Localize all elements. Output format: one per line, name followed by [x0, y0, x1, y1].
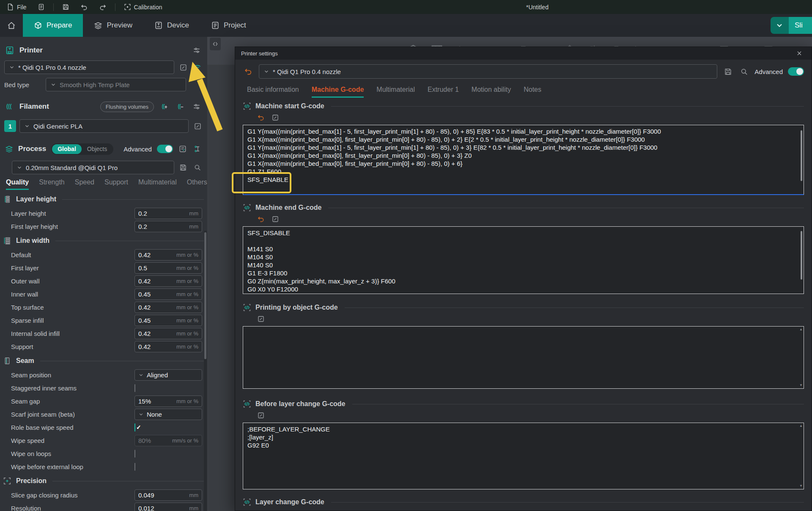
- slice-gap-closing-radius-input[interactable]: mm: [134, 489, 202, 501]
- flushing-volumes-button[interactable]: Flushing volumes: [100, 102, 154, 112]
- home-button[interactable]: [0, 14, 23, 37]
- resolution-input[interactable]: mm: [134, 503, 202, 511]
- tab-multimaterial[interactable]: Multimaterial: [376, 86, 415, 98]
- reset-end-gcode-button[interactable]: [255, 214, 266, 225]
- compare-presets-button[interactable]: [178, 143, 188, 154]
- param-row: Scarf joint seam (beta) None: [0, 408, 207, 421]
- line-width-top-surface-input[interactable]: mm or %: [134, 302, 202, 313]
- slice-options-button[interactable]: [771, 17, 788, 34]
- tab-machine-gcode[interactable]: Machine G-code: [312, 86, 364, 98]
- wipe-on-loops-checkbox[interactable]: [134, 450, 135, 458]
- line-width-outer-wall-input[interactable]: mm or %: [134, 275, 202, 287]
- code-icon: [243, 303, 251, 312]
- seam-position-select[interactable]: Aligned: [134, 369, 202, 381]
- wipe-before-external-loop-checkbox[interactable]: [134, 463, 135, 471]
- seam-gap-input[interactable]: mm or %: [134, 396, 202, 407]
- calibration-menu[interactable]: Calibration: [121, 2, 165, 13]
- edit-object-gcode-button[interactable]: [255, 313, 266, 324]
- recent-files-button[interactable]: [35, 2, 47, 13]
- printing-by-object-gcode-textarea[interactable]: ▲ ▼: [243, 326, 804, 389]
- tab-extruder-1[interactable]: Extruder 1: [428, 86, 459, 98]
- search-settings-button[interactable]: [192, 162, 203, 173]
- tab-speed[interactable]: Speed: [75, 179, 94, 190]
- reset-preset-button[interactable]: [243, 66, 254, 77]
- scope-objects[interactable]: Objects: [82, 144, 112, 154]
- search-button[interactable]: [738, 66, 749, 77]
- slice-button[interactable]: Sli: [788, 17, 812, 34]
- precision-icon: [3, 476, 12, 486]
- add-filament-button[interactable]: [159, 101, 170, 112]
- edit-start-gcode-button[interactable]: [270, 112, 281, 123]
- scroll-up-arrow[interactable]: ▲: [799, 328, 803, 331]
- wipe-speed-input[interactable]: mm/s or %: [134, 435, 202, 446]
- filament-preset-select[interactable]: Qidi Generic PLA: [19, 119, 189, 133]
- filament-slot-badge[interactable]: 1: [4, 120, 16, 132]
- printer-preset-select[interactable]: * Qidi Q1 Pro 0.4 nozzle: [4, 60, 174, 74]
- process-scope-toggle[interactable]: Global Objects: [51, 143, 113, 155]
- chevron-down-icon: [138, 372, 144, 378]
- before-layer-change-gcode-textarea[interactable]: ;BEFORE_LAYER_CHANGE ;[layer_z] G92 E0 ▲…: [243, 423, 804, 489]
- save-button[interactable]: [60, 2, 72, 13]
- window-title: *Untitled: [526, 0, 549, 14]
- tab-strength[interactable]: Strength: [39, 179, 64, 190]
- line-width-first-layer-input[interactable]: mm or %: [134, 262, 202, 274]
- tab-others[interactable]: Others: [187, 179, 207, 190]
- tab-basic-information[interactable]: Basic information: [247, 86, 299, 98]
- edit-end-gcode-button[interactable]: [270, 214, 281, 225]
- search-icon: [194, 164, 201, 171]
- line-width-internal-solid-input[interactable]: mm or %: [134, 328, 202, 339]
- layer-height-input[interactable]: mm: [134, 208, 202, 219]
- undo-button[interactable]: [78, 2, 91, 13]
- file-menu[interactable]: File: [4, 2, 29, 13]
- tab-prepare[interactable]: Prepare: [23, 14, 83, 37]
- close-button[interactable]: [796, 50, 806, 56]
- tab-multimaterial[interactable]: Multimaterial: [138, 179, 177, 190]
- scroll-down-arrow[interactable]: ▼: [799, 384, 803, 387]
- staggered-inner-seams-checkbox[interactable]: [134, 384, 135, 392]
- save-preset-button[interactable]: [722, 66, 733, 77]
- group-seam: Seam: [0, 353, 207, 368]
- nav-bar: Prepare Preview Device Project Sli: [0, 14, 812, 37]
- save-preset-button[interactable]: [178, 162, 189, 173]
- machine-start-gcode-textarea[interactable]: G1 Y{max((min(print_bed_max[1] - 5, firs…: [243, 125, 804, 195]
- sidebar-scrollbar[interactable]: [204, 231, 207, 511]
- line-width-inner-wall-input[interactable]: mm or %: [134, 288, 202, 300]
- line-width-support-input[interactable]: mm or %: [134, 341, 202, 352]
- tab-quality[interactable]: Quality: [6, 179, 29, 190]
- objects-tree-button[interactable]: [192, 143, 202, 154]
- project-icon: [211, 21, 219, 30]
- tab-notes[interactable]: Notes: [524, 86, 541, 98]
- machine-end-gcode-textarea[interactable]: SFS_DISABLE M141 S0 M104 S0 M140 S0 G1 E…: [243, 226, 804, 294]
- line-width-icon: [3, 236, 12, 245]
- line-width-sparse-infill-input[interactable]: mm or %: [134, 315, 202, 326]
- first-layer-height-input[interactable]: mm: [134, 221, 202, 232]
- advanced-toggle[interactable]: [788, 67, 804, 76]
- param-row: Top surfacemm or %: [0, 301, 207, 314]
- advanced-toggle[interactable]: [157, 145, 173, 153]
- line-width-default-input[interactable]: mm or %: [134, 249, 202, 261]
- sliders-icon: [192, 46, 201, 55]
- scroll-up-arrow[interactable]: ▲: [799, 424, 803, 428]
- tab-device[interactable]: Device: [143, 14, 200, 37]
- sidebar-collapse-handle[interactable]: [210, 38, 221, 50]
- dialog-preset-select[interactable]: * Qidi Q1 Pro 0.4 nozzle: [259, 64, 717, 79]
- scrollbar[interactable]: [800, 126, 803, 193]
- reset-start-gcode-button[interactable]: [255, 112, 266, 123]
- tab-motion-ability[interactable]: Motion ability: [472, 86, 511, 98]
- scarf-joint-seam-select[interactable]: None: [134, 409, 202, 420]
- printer-settings-button[interactable]: [191, 45, 202, 56]
- scrollbar[interactable]: [800, 228, 803, 293]
- redo-button[interactable]: [96, 2, 109, 13]
- calibration-icon: [124, 3, 131, 11]
- bed-type-select[interactable]: Smooth High Temp Plate: [46, 78, 186, 91]
- process-preset-select[interactable]: 0.20mm Standard @Qidi Q1 Pro: [12, 161, 174, 174]
- tab-preview[interactable]: Preview: [83, 14, 143, 37]
- param-row: Wipe before external loop: [0, 460, 207, 473]
- scope-global[interactable]: Global: [52, 144, 82, 154]
- tab-support[interactable]: Support: [104, 179, 128, 190]
- edit-before-layer-gcode-button[interactable]: [255, 410, 266, 421]
- tab-project[interactable]: Project: [200, 14, 257, 37]
- scroll-down-arrow[interactable]: ▼: [799, 484, 803, 488]
- home-icon: [7, 21, 16, 30]
- role-base-wipe-speed-checkbox[interactable]: [134, 423, 135, 431]
